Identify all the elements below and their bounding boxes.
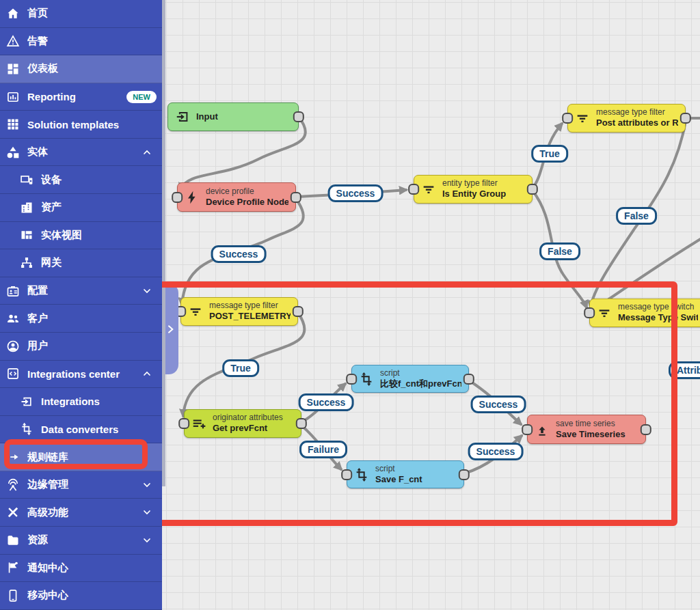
node-type: message type filter bbox=[596, 107, 678, 117]
node-device-profile[interactable]: device profileDevice Profile Node bbox=[177, 182, 296, 212]
sidebar-item-entities[interactable]: 实体 bbox=[0, 139, 162, 167]
sidebar-item-reporting[interactable]: Reporting NEW bbox=[0, 83, 162, 111]
node-script-save[interactable]: scriptSave F_cnt bbox=[347, 460, 464, 488]
mobile-icon bbox=[6, 589, 20, 602]
edge-label-false[interactable]: False bbox=[539, 242, 580, 260]
rule-chain-editor: Input device profileDevice Profile Node … bbox=[0, 0, 700, 610]
input-port[interactable] bbox=[408, 184, 419, 195]
sidebar-item-label: 首页 bbox=[27, 7, 157, 20]
node-name: Input bbox=[196, 111, 218, 122]
sidebar-item-rule-chains[interactable]: 规则链库 bbox=[0, 443, 162, 471]
sidebar-item-mobile-center[interactable]: 移动中心 bbox=[0, 582, 162, 610]
output-port[interactable] bbox=[641, 424, 651, 435]
sidebar-item-advanced-features[interactable]: 高级功能 bbox=[0, 499, 162, 527]
home-icon bbox=[6, 7, 20, 20]
output-port[interactable] bbox=[459, 469, 470, 480]
edge-label-attributes[interactable]: Attrib bbox=[669, 361, 700, 379]
script-icon bbox=[354, 467, 369, 482]
chevron-down-icon bbox=[142, 507, 152, 518]
sidebar-item-label: 仪表板 bbox=[27, 62, 157, 75]
edge-label-false[interactable]: False bbox=[616, 207, 657, 225]
input-port[interactable] bbox=[178, 418, 189, 429]
gateway-icon bbox=[20, 256, 33, 270]
edge-label-failure[interactable]: Failure bbox=[299, 441, 347, 458]
filter-icon bbox=[421, 182, 436, 197]
input-port[interactable] bbox=[341, 469, 352, 480]
node-save-timeseries[interactable]: save time seriesSave Timeseries bbox=[527, 415, 646, 444]
sidebar-item-edge-management[interactable]: 边缘管理 bbox=[0, 471, 162, 499]
customers-icon bbox=[6, 311, 20, 325]
node-type: originator attributes bbox=[213, 413, 283, 423]
sidebar-item-customers[interactable]: 客户 bbox=[0, 305, 162, 333]
node-type: save time series bbox=[556, 419, 625, 429]
sidebar-item-label: 实体视图 bbox=[41, 229, 157, 242]
reporting-icon bbox=[6, 90, 20, 104]
output-port[interactable] bbox=[293, 111, 304, 122]
sidebar-item-gateways[interactable]: 网关 bbox=[0, 249, 162, 277]
node-message-type-filter-top[interactable]: message type filterPost attributes or RP… bbox=[567, 104, 686, 133]
sidebar-item-integrations[interactable]: Integrations bbox=[0, 388, 162, 416]
input-port[interactable] bbox=[522, 424, 533, 435]
sidebar-item-label: 用户 bbox=[27, 339, 157, 352]
input-port[interactable] bbox=[172, 192, 183, 203]
sidebar-item-resources[interactable]: 资源 bbox=[0, 527, 162, 555]
edge-label-success[interactable]: Success bbox=[299, 393, 354, 411]
node-originator-attributes[interactable]: originator attributesGet prevFcnt bbox=[184, 409, 301, 438]
output-port[interactable] bbox=[680, 113, 691, 124]
output-port[interactable] bbox=[291, 192, 301, 203]
input-port[interactable] bbox=[562, 113, 573, 124]
edge-label-true[interactable]: True bbox=[531, 145, 568, 163]
node-name: Device Profile Node bbox=[206, 197, 288, 208]
output-port[interactable] bbox=[296, 418, 307, 429]
edge-label-success[interactable]: Success bbox=[471, 396, 526, 413]
category-icon bbox=[6, 145, 20, 159]
filter-icon bbox=[188, 304, 203, 319]
sidebar-item-entity-views[interactable]: 实体视图 bbox=[0, 222, 162, 250]
devices-icon bbox=[20, 173, 33, 186]
node-name: 比较f_cnt和prevFcnt bbox=[380, 378, 461, 389]
chevron-right-icon bbox=[165, 324, 176, 335]
node-type: message type switch bbox=[618, 302, 698, 312]
sidebar-item-integrations-center[interactable]: Integrations center bbox=[0, 361, 162, 389]
output-port[interactable] bbox=[463, 374, 474, 385]
upload-icon bbox=[535, 422, 550, 437]
node-message-type-filter-bottom[interactable]: message type filterPOST_TELEMETRY_R… bbox=[180, 297, 298, 326]
node-script-compare[interactable]: script比较f_cnt和prevFcnt bbox=[351, 365, 469, 393]
sidebar-item-data-converters[interactable]: Data converters bbox=[0, 416, 162, 444]
output-port[interactable] bbox=[293, 306, 304, 317]
sidebar-item-assets[interactable]: 资产 bbox=[0, 194, 162, 222]
sidebar-item-notification-center[interactable]: 通知中心 bbox=[0, 555, 162, 583]
chevron-down-icon bbox=[142, 480, 152, 490]
profiles-icon bbox=[6, 284, 20, 298]
edge-label-success[interactable]: Success bbox=[211, 245, 267, 263]
sidebar-item-label: 资源 bbox=[27, 533, 134, 546]
edge-label-success[interactable]: Success bbox=[468, 443, 524, 460]
edge-label-true[interactable]: True bbox=[222, 359, 259, 377]
output-port[interactable] bbox=[527, 184, 538, 195]
node-message-type-switch[interactable]: message type switchMessage Type Switch bbox=[589, 299, 700, 327]
node-type: device profile bbox=[206, 186, 288, 197]
chevron-down-icon bbox=[142, 535, 152, 546]
node-type: script bbox=[380, 368, 461, 378]
sidebar-item-alarms[interactable]: 告警 bbox=[0, 28, 162, 56]
filter-icon bbox=[575, 111, 590, 126]
advanced-icon bbox=[6, 505, 20, 519]
edge-label-success[interactable]: Success bbox=[328, 184, 383, 202]
flash-icon bbox=[185, 190, 200, 205]
node-input[interactable]: Input bbox=[167, 102, 299, 131]
sidebar-item-label: 配置 bbox=[27, 284, 134, 297]
sidebar-item-home[interactable]: 首页 bbox=[0, 0, 162, 28]
alert-icon bbox=[6, 34, 20, 48]
users-icon bbox=[6, 339, 20, 353]
node-entity-type-filter[interactable]: entity type filterIs Entity Group bbox=[414, 175, 533, 204]
sidebar-item-profiles[interactable]: 配置 bbox=[0, 277, 162, 305]
sidebar-item-users[interactable]: 用户 bbox=[0, 333, 162, 361]
sidebar-item-dashboards[interactable]: 仪表板 bbox=[0, 55, 162, 83]
sidebar-item-solution-templates[interactable]: Solution templates bbox=[0, 111, 162, 139]
sidebar-item-devices[interactable]: 设备 bbox=[0, 166, 162, 194]
chevron-down-icon bbox=[142, 286, 152, 296]
node-type: entity type filter bbox=[442, 178, 506, 189]
input-port[interactable] bbox=[346, 374, 357, 385]
input-port[interactable] bbox=[584, 307, 595, 318]
sidebar-item-label: 网关 bbox=[41, 256, 157, 269]
